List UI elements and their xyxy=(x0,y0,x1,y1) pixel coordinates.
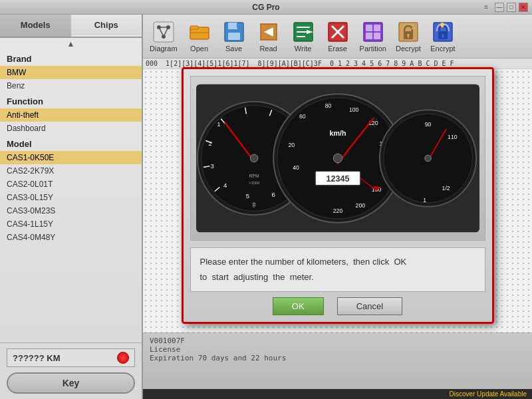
svg-text:🛢: 🛢 xyxy=(251,202,257,208)
svg-text:km/h: km/h xyxy=(329,130,346,138)
svg-text:4: 4 xyxy=(223,182,227,189)
svg-text:220: 220 xyxy=(332,208,342,215)
svg-text:12345: 12345 xyxy=(326,174,349,184)
open-label: Open xyxy=(190,45,208,53)
svg-text:80: 80 xyxy=(325,103,331,110)
hex-area: 000 1[2][3][4][5]1[6]1[7] 8][9][A][B][C]… xyxy=(143,59,532,332)
svg-rect-12 xyxy=(228,33,240,40)
svg-rect-28 xyxy=(374,33,380,39)
brand-benz[interactable]: Benz xyxy=(0,79,142,92)
svg-text:40: 40 xyxy=(293,165,299,172)
decrypt-icon xyxy=(396,20,420,44)
partition-label: Partition xyxy=(360,45,386,53)
svg-text:1/2: 1/2 xyxy=(442,186,450,192)
toolbar-partition[interactable]: Partition xyxy=(356,17,390,55)
gauges-svg: 1 2 3 4 5 6 7 8 RPM xyxy=(196,82,479,235)
encrypt-icon xyxy=(431,20,455,44)
cancel-button[interactable]: Cancel xyxy=(337,297,402,315)
svg-rect-27 xyxy=(366,33,372,39)
up-arrow: ▲ xyxy=(0,38,142,50)
write-icon xyxy=(291,20,315,44)
toolbar-read[interactable]: Read xyxy=(252,17,285,55)
svg-text:6: 6 xyxy=(271,191,275,198)
status-bar: V001007F License Expiration 70 days and … xyxy=(143,332,532,389)
decrypt-label: Decrypt xyxy=(396,45,421,53)
sidebar: Models Chips ▲ Brand BMW Benz Function A… xyxy=(0,15,143,399)
dialog-buttons: OK Cancel xyxy=(190,297,485,315)
svg-rect-26 xyxy=(374,25,380,31)
ok-button[interactable]: OK xyxy=(273,297,324,315)
svg-point-61 xyxy=(250,155,258,163)
diagram-label: Diagram xyxy=(150,45,178,53)
main-container: Models Chips ▲ Brand BMW Benz Function A… xyxy=(0,15,532,399)
content-area: Diagram Open xyxy=(143,15,532,399)
svg-text:×1000: ×1000 xyxy=(248,181,259,185)
toolbar-save[interactable]: Save xyxy=(217,17,251,55)
open-icon xyxy=(188,20,211,44)
toolbar-open[interactable]: Open xyxy=(183,17,216,55)
tab-chips[interactable]: Chips xyxy=(71,15,142,37)
toolbar-encrypt[interactable]: Encrypt xyxy=(426,17,460,55)
model-cas2-2k79x[interactable]: CAS2-2K79X xyxy=(0,164,142,178)
svg-rect-25 xyxy=(366,25,372,31)
title-bar-controls[interactable]: ≡ — □ ✕ xyxy=(484,3,528,12)
svg-text:200: 200 xyxy=(355,202,365,209)
save-label: Save xyxy=(225,45,242,53)
function-dashboard[interactable]: Dashboard xyxy=(0,122,142,135)
model-cas1-0k50e[interactable]: CAS1-0K50E xyxy=(0,151,142,164)
km-indicator xyxy=(117,352,129,364)
svg-text:20: 20 xyxy=(288,142,295,148)
toolbar-diagram[interactable]: Diagram xyxy=(146,17,182,55)
diagram-icon xyxy=(152,20,176,44)
key-button[interactable]: Key xyxy=(7,372,135,394)
tab-models[interactable]: Models xyxy=(0,15,71,37)
toolbar: Diagram Open xyxy=(143,15,532,59)
km-display: ?????? KM xyxy=(7,348,135,367)
svg-rect-37 xyxy=(442,35,444,38)
hamburger-icon[interactable]: ≡ xyxy=(484,3,488,11)
function-antitheft[interactable]: Anti-theft xyxy=(0,108,142,122)
dialog-overlay: 1 2 3 4 5 6 7 8 RPM xyxy=(143,59,532,332)
maximize-button[interactable]: □ xyxy=(507,3,516,12)
function-header: Function xyxy=(0,92,142,108)
encrypt-label: Encrypt xyxy=(430,45,455,53)
status-text: V001007F License Expiration 70 days and … xyxy=(147,334,528,364)
svg-text:RPM: RPM xyxy=(249,174,259,178)
svg-text:3: 3 xyxy=(210,162,213,170)
brand-header: Brand xyxy=(0,50,142,66)
model-cas3-0l15y[interactable]: CAS3-0L15Y xyxy=(0,191,142,204)
sidebar-bottom: ?????? KM Key xyxy=(0,342,142,399)
write-label: Write xyxy=(295,45,311,53)
svg-text:100: 100 xyxy=(348,107,358,114)
svg-text:5: 5 xyxy=(245,192,249,200)
svg-rect-32 xyxy=(408,35,409,38)
svg-rect-13 xyxy=(237,23,239,28)
svg-rect-8 xyxy=(190,26,198,29)
app-title: CG Pro xyxy=(252,3,279,12)
model-cas4-1l15y[interactable]: CAS4-1L15Y xyxy=(0,217,142,231)
status-bar-bottom: Discover Update Available xyxy=(143,389,532,399)
svg-point-90 xyxy=(424,156,431,162)
km-label: ?????? KM xyxy=(13,353,60,363)
model-cas4-0m48y[interactable]: CAS4-0M48Y xyxy=(0,231,142,244)
kilometer-dialog: 1 2 3 4 5 6 7 8 RPM xyxy=(182,67,494,323)
toolbar-write[interactable]: Write xyxy=(287,17,320,55)
toolbar-erase[interactable]: Erase xyxy=(321,17,354,55)
model-cas2-0l01t[interactable]: CAS2-0L01T xyxy=(0,178,142,191)
gauges-area: 1 2 3 4 5 6 7 8 RPM xyxy=(190,76,485,241)
title-bar: CG Pro ≡ — □ ✕ xyxy=(0,0,532,15)
dialog-message-text: Please enter the number of kilometers, t… xyxy=(200,257,407,281)
toolbar-decrypt[interactable]: Decrypt xyxy=(392,17,425,55)
model-header: Model xyxy=(0,135,142,151)
close-button[interactable]: ✕ xyxy=(519,3,528,12)
brand-bmw[interactable]: BMW xyxy=(0,66,142,79)
save-icon xyxy=(222,20,246,44)
svg-text:2: 2 xyxy=(208,140,211,147)
svg-text:1: 1 xyxy=(423,197,426,203)
svg-rect-0 xyxy=(154,22,174,42)
svg-text:90: 90 xyxy=(424,121,431,128)
model-cas3-0m23s[interactable]: CAS3-0M23S xyxy=(0,204,142,217)
svg-rect-11 xyxy=(228,23,237,29)
svg-text:1: 1 xyxy=(217,120,220,128)
minimize-button[interactable]: — xyxy=(495,3,504,12)
